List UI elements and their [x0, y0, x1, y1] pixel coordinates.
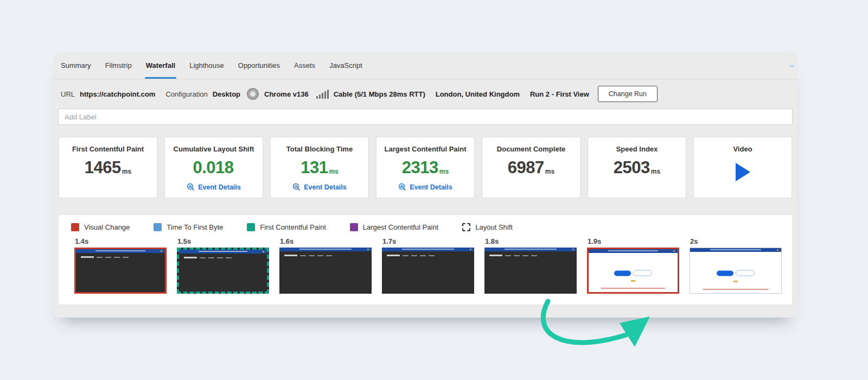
thumb-nav: [284, 255, 372, 256]
metric-value: 2313ms: [376, 158, 474, 178]
metric-value: 1465ms: [59, 158, 157, 178]
tab-summary[interactable]: Summary: [61, 52, 91, 79]
thumb-nav: [184, 257, 267, 258]
thumb-amber-dash: [631, 280, 635, 282]
test-url: https://catchpoint.com: [80, 90, 155, 98]
thumb-text-line: [703, 289, 769, 290]
frame-thumbnail[interactable]: [484, 248, 577, 294]
frame-timestamp: 1.6s: [280, 237, 372, 245]
frame-thumbnail[interactable]: [382, 248, 474, 294]
event-details-link[interactable]: Event Details: [292, 183, 347, 191]
legend-label: Largest Contentful Paint: [363, 223, 438, 231]
metric-card-largest-contentful-paint: Largest Contentful Paint 2313ms Event De…: [376, 137, 475, 198]
event-details-link[interactable]: Event Details: [187, 183, 241, 191]
legend-swatch: [247, 223, 255, 231]
thumb-topbar: [382, 248, 474, 251]
event-details-link[interactable]: Event Details: [398, 183, 452, 191]
connection-value: Cable (5/1 Mbps 28ms RTT): [334, 90, 425, 98]
metric-title: Largest Contentful Paint: [376, 145, 474, 153]
legend-item-time-to-first-byte: Time To First Byte: [154, 223, 223, 231]
magnifier-chart-icon: [398, 183, 406, 191]
metric-card-first-contentful-paint: First Contentful Paint 1465ms: [59, 137, 157, 198]
thumb-topbar: [76, 249, 165, 253]
metric-title: First Contentful Paint: [59, 145, 157, 153]
tab-overflow-mark: [789, 65, 794, 67]
filmstrip-frame: 1.4s: [74, 237, 167, 294]
chrome-icon: [247, 88, 259, 100]
tab-javascript[interactable]: JavaScript: [329, 52, 362, 79]
test-config-bar: URL https://catchpoint.com Configuration…: [53, 79, 797, 109]
signal-bars-icon: [316, 90, 329, 99]
metric-value: 6987ms: [482, 158, 580, 178]
legend-label: First Contentful Paint: [260, 223, 326, 231]
tab-opportunities[interactable]: Opportunities: [238, 52, 280, 79]
url-label: URL: [61, 90, 75, 98]
device-value: Desktop: [213, 90, 240, 98]
tab-waterfall[interactable]: Waterfall: [146, 52, 175, 79]
legend-swatch-dashed: [462, 223, 470, 231]
filmstrip-frames: 1.4s 1.5s 1.6s: [59, 237, 792, 294]
tab-bar: Summary Filmstrip Waterfall Lighthouse O…: [53, 52, 797, 79]
thumb-topbar: [589, 249, 678, 253]
frame-timestamp: 1.9s: [588, 237, 679, 245]
video-card: Video: [693, 137, 792, 198]
filmstrip-frame: 2s: [690, 237, 782, 294]
legend-swatch: [71, 223, 79, 231]
thumb-cta-buttons: [614, 270, 652, 276]
filmstrip-frame: 1.6s: [279, 237, 372, 294]
legend-swatch: [154, 223, 162, 231]
frame-thumbnail[interactable]: [74, 248, 167, 294]
configuration-label: Configuration: [165, 90, 207, 98]
filmstrip-panel: Visual Change Time To First Byte First C…: [58, 214, 793, 305]
filmstrip-frame: 1.5s: [177, 237, 269, 294]
filmstrip-frame: 1.8s: [484, 237, 577, 294]
location-value: London, United Kingdom: [436, 90, 520, 98]
metric-card-cumulative-layout-shift: Cumulative Layout Shift 0.018 Event Deta…: [164, 137, 263, 198]
frame-timestamp: 1.7s: [382, 237, 474, 245]
frame-thumbnail[interactable]: [587, 248, 679, 294]
add-label-input[interactable]: [58, 109, 793, 125]
tab-filmstrip[interactable]: Filmstrip: [105, 52, 132, 79]
thumb-topbar: [279, 248, 372, 251]
frame-thumbnail[interactable]: [690, 248, 782, 294]
thumb-nav: [387, 255, 474, 256]
frame-timestamp: 1.5s: [177, 237, 269, 245]
metric-title: Speed Index: [588, 145, 686, 153]
legend-label: Visual Change: [84, 223, 130, 231]
frame-thumbnail[interactable]: [279, 248, 372, 294]
run-value: Run 2 - First View: [530, 90, 589, 98]
legend-item-first-contentful-paint: First Contentful Paint: [247, 223, 326, 231]
frame-timestamp: 1.8s: [485, 237, 577, 245]
filmstrip-frame: 1.9s: [587, 237, 679, 294]
metric-cards-row: First Contentful Paint 1465ms Cumulative…: [53, 137, 797, 198]
metric-title: Total Blocking Time: [271, 145, 368, 153]
legend-item-largest-contentful-paint: Largest Contentful Paint: [350, 223, 438, 231]
metric-title: Document Complete: [482, 145, 580, 153]
legend-label: Layout Shift: [475, 223, 513, 231]
thumb-topbar: [179, 250, 267, 254]
thumb-nav: [489, 255, 577, 256]
thumb-nav: [81, 256, 165, 258]
thumb-cta-buttons: [717, 270, 755, 276]
frame-timestamp: 2s: [690, 237, 782, 245]
metric-title: Cumulative Layout Shift: [165, 145, 263, 153]
results-panel: Summary Filmstrip Waterfall Lighthouse O…: [53, 52, 797, 318]
metric-value: 131ms: [271, 158, 368, 178]
frame-thumbnail[interactable]: [177, 248, 269, 294]
magnifier-chart-icon: [292, 183, 301, 191]
metric-value: 0.018: [165, 158, 263, 178]
filmstrip-frame: 1.7s: [382, 237, 474, 294]
video-title: Video: [694, 145, 792, 153]
tab-assets[interactable]: Assets: [294, 52, 315, 79]
play-icon[interactable]: [736, 163, 750, 181]
frame-timestamp: 1.4s: [75, 237, 167, 245]
tab-lighthouse[interactable]: Lighthouse: [189, 52, 224, 79]
legend-label: Time To First Byte: [167, 223, 223, 231]
metric-card-document-complete: Document Complete 6987ms: [482, 137, 580, 198]
thumb-topbar: [690, 248, 781, 252]
thumb-amber-dash: [733, 281, 738, 282]
change-run-button[interactable]: Change Run: [598, 86, 658, 102]
legend-item-layout-shift: Layout Shift: [462, 223, 513, 231]
legend-item-visual-change: Visual Change: [71, 223, 130, 231]
legend-swatch: [350, 223, 358, 231]
